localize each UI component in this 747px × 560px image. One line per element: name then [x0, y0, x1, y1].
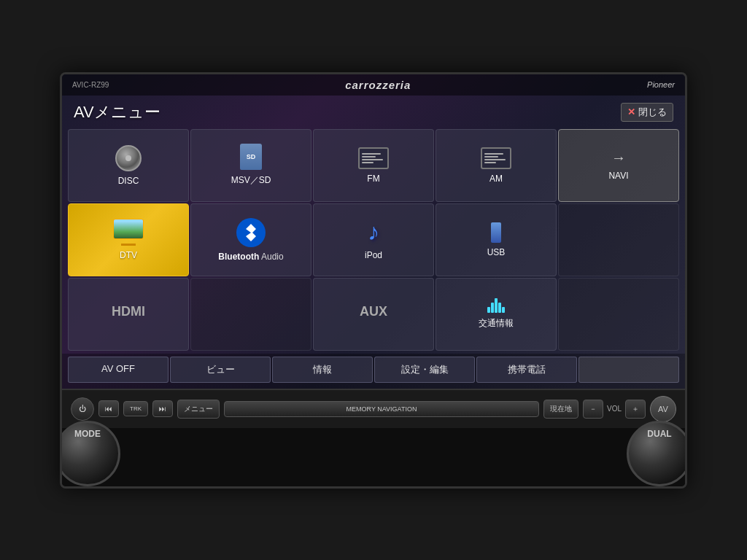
menu-item-aux[interactable]: AUX: [313, 278, 434, 351]
menu-grid: DISC MSV／SD FM: [62, 128, 685, 354]
prev-button[interactable]: ⏮: [98, 400, 119, 417]
power-button[interactable]: ⏻: [71, 397, 94, 421]
vol-label: VOL: [605, 405, 624, 413]
volume-group: － VOL ＋: [583, 400, 646, 419]
menu-item-bluetooth[interactable]: Bluetooth Audio: [190, 203, 311, 276]
view-button[interactable]: ビュー: [170, 357, 271, 383]
close-label: 閉じる: [638, 106, 667, 119]
dtv-stand-icon: [121, 244, 136, 246]
vol-plus-button[interactable]: ＋: [625, 400, 646, 419]
msv-label: MSV／SD: [231, 174, 271, 187]
dtv-label: DTV: [120, 250, 137, 260]
am-line4: [484, 162, 496, 163]
fm-label: FM: [367, 174, 379, 184]
physical-buttons-row: ⏻ ⏮ TRK ⏭ メニュー MEMORY NAVIGATION 現在地 － V…: [62, 389, 685, 428]
ipod-label: iPod: [365, 250, 382, 260]
fm-line1: [362, 153, 381, 155]
empty-button: [578, 357, 679, 383]
menu-title: AVメニュー: [74, 101, 160, 123]
close-x-icon: ✕: [627, 106, 635, 117]
info-button[interactable]: 情報: [272, 357, 373, 383]
navi-arrow-icon: →: [611, 149, 626, 166]
menu-item-am[interactable]: AM: [436, 129, 557, 202]
disc-icon: [115, 145, 142, 171]
model-number: AVIC-RZ99: [72, 81, 109, 89]
menu-item-empty-r3c5: [558, 278, 679, 351]
next-button[interactable]: ⏭: [152, 400, 173, 417]
fm-icon: [358, 147, 389, 169]
am-label: AM: [489, 174, 503, 184]
top-bar: AVIC-RZ99 carrozzeria Pioneer: [62, 74, 685, 96]
close-button[interactable]: ✕ 閉じる: [621, 103, 673, 122]
usb-label: USB: [487, 247, 506, 257]
am-line2: [484, 156, 498, 158]
am-line1: [484, 153, 503, 155]
navi-label: NAVI: [608, 171, 628, 181]
av-button[interactable]: AV: [650, 396, 676, 422]
fm-line4: [362, 162, 374, 163]
knobs-area: MODE DUAL: [62, 428, 685, 486]
disc-label: DISC: [118, 176, 139, 186]
phone-button[interactable]: 携帯電話: [476, 357, 577, 383]
avoff-button[interactable]: AV OFF: [68, 357, 169, 383]
usb-icon: [491, 222, 501, 243]
hdmi-icon: HDMI: [112, 304, 145, 319]
am-line3: [484, 159, 506, 160]
am-icon: [481, 147, 511, 169]
menu-item-disc[interactable]: DISC: [68, 129, 189, 202]
dual-knob[interactable]: DUAL: [627, 421, 687, 486]
fm-line2: [362, 156, 376, 158]
menu-item-empty-r2c5: [558, 203, 679, 276]
vol-minus-button[interactable]: －: [583, 400, 603, 419]
menu-button[interactable]: メニュー: [177, 400, 220, 419]
sd-icon: [240, 144, 262, 170]
pioneer-logo: Pioneer: [647, 80, 675, 89]
mode-knob[interactable]: MODE: [60, 421, 120, 486]
dtv-screen-icon: [113, 219, 144, 239]
fm-line3: [362, 159, 383, 160]
menu-item-dtv[interactable]: DTV: [68, 203, 189, 276]
menu-item-msv[interactable]: MSV／SD: [190, 129, 311, 202]
brand-logo: carrozzeria: [345, 79, 411, 91]
menu-item-traffic[interactable]: 交通情報: [436, 278, 557, 351]
bottom-button-bar: AV OFF ビュー 情報 設定・編集 携帯電話: [62, 354, 685, 389]
aux-icon: AUX: [360, 304, 387, 319]
memory-nav-button[interactable]: MEMORY NAVIGATION: [224, 401, 539, 417]
car-unit: AVIC-RZ99 carrozzeria Pioneer AVメニュー ✕ 閉…: [60, 72, 687, 489]
current-location-button[interactable]: 現在地: [543, 400, 578, 419]
traffic-label: 交通情報: [479, 317, 514, 330]
menu-item-navi[interactable]: → NAVI: [558, 129, 679, 202]
menu-item-empty-r3c2: [190, 278, 311, 351]
settings-button[interactable]: 設定・編集: [374, 357, 475, 383]
screen: AVIC-RZ99 carrozzeria Pioneer AVメニュー ✕ 閉…: [62, 74, 685, 389]
traffic-icon: [487, 298, 505, 313]
music-note-icon: ♪: [368, 219, 379, 246]
trk-button[interactable]: TRK: [123, 401, 148, 416]
menu-item-usb[interactable]: USB: [436, 203, 557, 276]
bluetooth-label: Bluetooth Audio: [218, 252, 283, 262]
menu-item-fm[interactable]: FM: [313, 129, 434, 202]
menu-item-ipod[interactable]: ♪ iPod: [313, 203, 434, 276]
bluetooth-icon: [236, 218, 266, 247]
menu-item-hdmi[interactable]: HDMI: [68, 278, 189, 351]
menu-title-bar: AVメニュー ✕ 閉じる: [62, 96, 685, 128]
